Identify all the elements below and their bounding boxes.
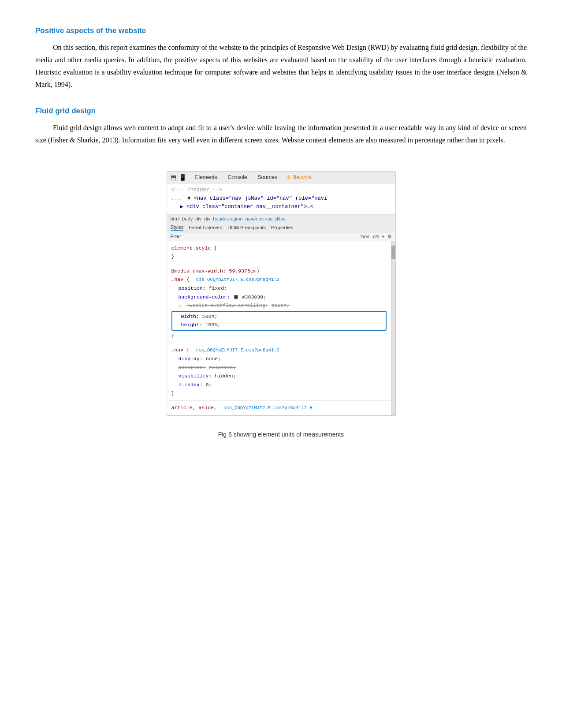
prop-webkit: -webkit-overflow-scrolling: [186, 302, 268, 308]
tab-elements[interactable]: Elements [194, 173, 219, 181]
settings-icon[interactable]: ⚙ [387, 234, 392, 239]
val-zindex: 0; [206, 382, 212, 388]
tab-network[interactable]: ⚠ Network [286, 174, 312, 180]
div-container-line: ▶ <div class="container nav__container">… [180, 204, 313, 210]
val-bgcolor: #303030; [242, 294, 266, 300]
prop-width-line: width: 100%; [174, 312, 384, 321]
subtab-dom-breakpoints[interactable]: DOM Breakpoints [227, 225, 266, 230]
comment-line: <!-- /header --> [171, 186, 391, 194]
cls-button[interactable]: .cls [372, 234, 380, 239]
val-visibility: hidden; [215, 373, 236, 379]
article-aside-selector: article, aside, [171, 405, 217, 411]
tab-sources[interactable]: Sources [256, 173, 279, 181]
positive-paragraph: On this section, this report examines th… [35, 41, 527, 91]
element-style-block: element.style { } [167, 241, 391, 264]
nav-second-link[interactable]: css_O6QYpZtMJI7…E.css?pr8q41:2 [196, 347, 279, 353]
val-position2: relative; [209, 365, 236, 370]
network-label: Network [293, 174, 312, 180]
prop-bgcolor-line: background-color: #303030; [171, 293, 387, 302]
subtab-event-listeners[interactable]: Event Listeners [189, 225, 222, 230]
css-link-media[interactable]: css_O6QYpZtMJI7…E.css?pr8q41:2 [196, 277, 279, 282]
prop-zindex: z-index: [179, 382, 203, 388]
nav-second-block: .nav { css_O6QYpZtMJI7…E.css?pr8q41:2 di… [167, 343, 391, 401]
prop-height-line: height: 100%; [174, 321, 384, 329]
devtools-screenshot: ⬒ 📱 Elements Console Sources ⚠ Network <… [167, 171, 396, 416]
article-aside-block: article, aside, css_O6QYpZtMJI7…E.css?pr… [167, 401, 391, 415]
breadcrumb-nav: nav#nav.nav.jsNav [246, 216, 286, 221]
media-block: @media (max-width: 59.9375em) .nav { css… [167, 264, 391, 343]
warning-icon-webkit: ⚠ [179, 302, 182, 308]
inspect-icon[interactable]: ⬒ [171, 174, 176, 181]
prop-height: height: [181, 322, 202, 328]
ellipsis-line: ... ▼ <nav class="nav jsNav" id="nav" ro… [171, 194, 391, 203]
network-warning-icon: ⚠ [286, 174, 291, 180]
prop-visibility: visibility: [179, 373, 212, 379]
breadcrumb-html: html [171, 216, 180, 221]
val-webkit: touch; [272, 302, 290, 308]
prop-display-line: display: none; [171, 355, 387, 363]
breadcrumb-div2: div [204, 216, 210, 221]
nav-line: ▼ <nav class="nav jsNav" id="nav" role="… [187, 195, 327, 202]
css-link-article[interactable]: css_O6QYpZtMJI7…E.css?pr8q41:2 ▼ [223, 405, 313, 411]
prop-visibility-line: visibility: hidden; [171, 372, 387, 381]
positive-section: Positive aspects of the website On this … [35, 26, 527, 91]
devtools-scrollbar[interactable] [391, 241, 395, 415]
subtab-styles[interactable]: Styles [171, 224, 184, 231]
element-style-selector: element.style { [171, 245, 217, 251]
figure-block: ⬒ 📱 Elements Console Sources ⚠ Network <… [35, 161, 527, 441]
div-line: ▶ <div class="container nav__container">… [171, 203, 391, 211]
html-comment: <!-- /header --> [171, 187, 222, 193]
element-style-open: element.style { [171, 244, 387, 253]
prop-position: position: [179, 285, 206, 291]
prop-webkit-line: ⚠ -webkit-overflow-scrolling: touch; [171, 301, 387, 310]
media-block-close: } [171, 332, 387, 340]
breadcrumb-div1: div [195, 216, 201, 221]
code-main: element.style { } @media (max-width: 59.… [167, 241, 391, 415]
nav-second-selector: .nav { [171, 347, 190, 353]
tab-console[interactable]: Console [226, 173, 249, 181]
prop-position2-line: position: relative; [171, 363, 387, 372]
element-style-close: } [171, 252, 387, 261]
subtab-properties[interactable]: Properties [271, 225, 293, 230]
hov-button[interactable]: :hov [360, 234, 369, 239]
figure-caption: Fig 6 showing element units of measureme… [218, 431, 344, 438]
prop-position-line: position: fixed; [171, 284, 387, 293]
filter-right-controls: :hov .cls + ⚙ [360, 234, 392, 239]
fluid-section: Fluid grid design Fluid grid design allo… [35, 107, 527, 146]
val-position: fixed; [209, 285, 227, 291]
prop-position2: position: [179, 365, 206, 370]
filter-bar: Filter :hov .cls + ⚙ [167, 232, 395, 241]
color-swatch [234, 295, 238, 299]
nav-second-selector-line: .nav { css_O6QYpZtMJI7…E.css?pr8q41:2 [171, 346, 387, 355]
toolbar-icons: ⬒ 📱 [171, 174, 186, 181]
add-button[interactable]: + [382, 234, 384, 239]
html-code-area: <!-- /header --> ... ▼ <nav class="nav j… [167, 183, 395, 215]
code-blocks-area: element.style { } @media (max-width: 59.… [167, 241, 395, 415]
device-icon[interactable]: 📱 [179, 174, 186, 181]
breadcrumb-body: body [182, 216, 193, 221]
media-query-selector: @media (max-width: 59.9375em) [171, 268, 260, 274]
fluid-paragraph: Fluid grid design allows web content to … [35, 122, 527, 146]
subtabs-bar: Styles Event Listeners DOM Breakpoints P… [167, 223, 395, 232]
breadcrumb-header: header.region [213, 216, 242, 221]
devtools-toolbar: ⬒ 📱 Elements Console Sources ⚠ Network [167, 172, 395, 183]
css-link-nav2[interactable]: css_O6QYpZtMJI7…E.css?pr8q41:2 [196, 347, 279, 353]
prop-bgcolor: background-color: [179, 294, 230, 300]
prop-zindex-line: z-index: 0; [171, 381, 387, 389]
filter-label: Filter [171, 234, 181, 239]
ellipsis-dots: ... [171, 195, 181, 202]
prop-width: width: [181, 314, 199, 319]
scrollbar-thumb[interactable] [391, 246, 395, 259]
fluid-heading: Fluid grid design [35, 107, 527, 116]
highlighted-props-wrapper: width: 100%; height: 100%; [171, 311, 387, 331]
prop-display: display: [179, 356, 203, 362]
val-width: 100%; [202, 314, 218, 319]
val-display: none; [206, 356, 221, 362]
nav-inner-selector-line: .nav { css_O6QYpZtMJI7…E.css?pr8q41:2 [171, 275, 387, 284]
media-query-line: @media (max-width: 59.9375em) [171, 267, 387, 276]
nav-second-close: } [171, 389, 387, 398]
breadcrumb-bar: html body div div header.region nav#nav.… [167, 215, 395, 223]
nav-inner-selector: .nav { [171, 276, 190, 282]
media-block-link[interactable]: css_O6QYpZtMJI7…E.css?pr8q41:2 [196, 276, 279, 282]
positive-heading: Positive aspects of the website [35, 26, 527, 35]
